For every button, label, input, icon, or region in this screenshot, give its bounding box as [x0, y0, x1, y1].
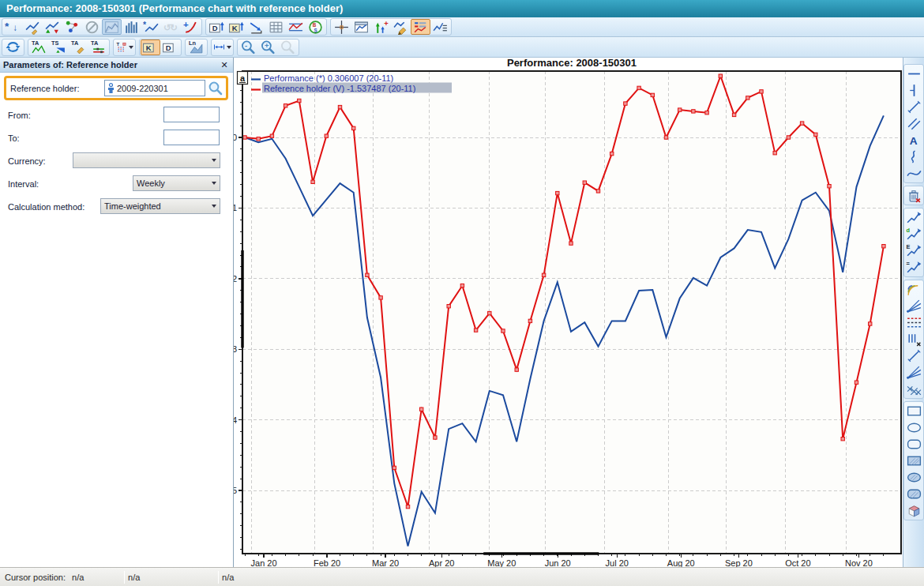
svg-text:+: +: [265, 41, 269, 50]
y-axis-zoom-bar[interactable]: [241, 250, 243, 347]
to-date-input[interactable]: [163, 130, 220, 145]
overlay-lines-icon[interactable]: [286, 19, 306, 35]
svg-text:Nov 20: Nov 20: [845, 558, 873, 567]
fibonacci-fan-icon[interactable]: [904, 298, 923, 314]
x-axis-zoom-bar[interactable]: [483, 552, 599, 554]
auto-scale-icon[interactable]: +: [371, 19, 391, 35]
zoom-out-icon[interactable]: -: [239, 39, 258, 55]
drawing-toolbar: AdE=: [903, 58, 924, 567]
chart-window-icon[interactable]: [351, 19, 371, 35]
draw-3d-box-icon[interactable]: [904, 502, 923, 519]
svg-text:TA: TA: [32, 39, 39, 47]
trend-equal-icon[interactable]: =: [904, 259, 923, 276]
line-markers-icon[interactable]: *: [141, 19, 161, 35]
draw-freehand-icon[interactable]: [904, 148, 923, 165]
svg-text:d: d: [906, 227, 909, 234]
hide-markers-icon[interactable]: [82, 19, 102, 35]
toolbar-group: DKBS: [205, 18, 327, 36]
draw-rectangle-icon[interactable]: [904, 403, 923, 419]
draw-mode-icon[interactable]: [391, 19, 411, 35]
draw-roundrect-icon[interactable]: [904, 436, 923, 453]
legend-item[interactable]: Performance (*) 0.306007 (20-11): [264, 73, 393, 83]
svg-text:TA: TA: [91, 39, 99, 47]
draw-curve-icon[interactable]: [904, 165, 923, 182]
legend-panel-icon[interactable]: [411, 19, 430, 35]
speed-line-icon[interactable]: [904, 347, 923, 364]
table-view-icon[interactable]: T: [115, 39, 134, 55]
delete-drawing-icon[interactable]: [904, 187, 923, 204]
chart-toolbar: TATSTATATKDLn-+: [0, 37, 924, 58]
toolbar-group: KD: [139, 39, 182, 56]
time-zones-icon[interactable]: [904, 331, 923, 347]
holder-person-icon: [107, 83, 115, 94]
from-date-input[interactable]: [163, 107, 220, 122]
bar-chart-icon[interactable]: [122, 19, 141, 35]
ta-patterns-icon[interactable]: TA: [29, 39, 49, 55]
ta-draw-icon[interactable]: TA: [69, 39, 88, 55]
svg-text:T: T: [117, 42, 120, 47]
draw-filled-ellipse-icon[interactable]: [904, 469, 923, 486]
add-performance-series-icon[interactable]: *↓: [3, 19, 23, 35]
crosshatch-region-icon[interactable]: [904, 381, 923, 397]
swap-axes-icon[interactable]: [246, 19, 266, 35]
zoom-reset-icon[interactable]: [278, 39, 298, 55]
interval-label: Interval:: [0, 179, 39, 189]
draw-trendline-icon[interactable]: [904, 99, 923, 115]
parameters-panel-header: Parameters of: Reference holder ✕: [0, 58, 233, 73]
search-holder-button[interactable]: [205, 79, 226, 98]
trend-deviation-icon[interactable]: d: [904, 226, 923, 242]
refresh-icon[interactable]: [3, 39, 23, 55]
log-scale-icon[interactable]: Ln: [186, 39, 206, 55]
performance-chart[interactable]: 0-1-2-3-4-5Jan 20Feb 20Mar 20Apr 20May 2…: [234, 58, 903, 567]
zoom-in-icon[interactable]: +: [258, 39, 278, 55]
svg-text:Aug 20: Aug 20: [667, 558, 695, 567]
calculation-method-select[interactable]: Time-weighted: [100, 198, 220, 214]
fibonacci-arcs-icon[interactable]: [904, 281, 923, 298]
crosshair-icon[interactable]: [332, 19, 351, 35]
draw-ellipse-icon[interactable]: [904, 419, 923, 436]
cursor-y-value: n/a: [128, 573, 215, 582]
to-label: To:: [0, 133, 20, 143]
area-chart-icon[interactable]: [102, 19, 122, 35]
svg-text:May 20: May 20: [487, 558, 516, 567]
svg-text:A: A: [909, 135, 917, 147]
status-separator: [218, 571, 219, 584]
history-compare-icon[interactable]: ↺↻: [161, 19, 181, 35]
performance-line-icon[interactable]: [23, 19, 43, 35]
svg-text:-3: -3: [234, 344, 237, 354]
reference-holder-input[interactable]: 2009-220301: [104, 80, 205, 96]
trend-channel-icon[interactable]: [904, 209, 923, 226]
candle-axis-icon[interactable]: K: [227, 19, 246, 35]
currency-select[interactable]: [73, 152, 220, 168]
high-low-markers-icon[interactable]: [43, 19, 62, 35]
trend-error-icon[interactable]: E: [904, 242, 923, 259]
gann-fan-icon[interactable]: [904, 364, 923, 381]
close-icon[interactable]: ✕: [219, 59, 230, 70]
chart-canvas[interactable]: 0-1-2-3-4-5Jan 20Feb 20Mar 20Apr 20May 2…: [234, 58, 903, 567]
ta-settings-icon[interactable]: TA: [88, 39, 108, 55]
annotation-badge[interactable]: a: [238, 72, 248, 85]
day-view-icon[interactable]: D: [160, 39, 180, 55]
fit-width-icon[interactable]: [212, 39, 232, 55]
draw-filled-roundrect-icon[interactable]: [904, 486, 923, 502]
draw-parallel-lines-icon[interactable]: [904, 115, 923, 132]
draw-hline-icon[interactable]: [904, 66, 923, 82]
fibonacci-retracement-icon[interactable]: [904, 314, 923, 331]
svg-text:-2: -2: [234, 274, 237, 284]
grid-toggle-icon[interactable]: [266, 19, 286, 35]
legend-item[interactable]: Reference holder (V) -1.537487 (20-11): [264, 84, 415, 93]
day-axis-icon[interactable]: D: [207, 19, 227, 35]
svg-text:Jun 20: Jun 20: [545, 558, 571, 567]
draw-vline-icon[interactable]: [904, 82, 923, 99]
linked-points-icon[interactable]: [62, 19, 82, 35]
svg-text:Oct 20: Oct 20: [785, 558, 810, 567]
interval-select[interactable]: Weekly: [133, 175, 220, 191]
indicator-list-icon[interactable]: [430, 19, 450, 35]
draw-text-icon[interactable]: A: [904, 132, 923, 148]
add-curve-icon[interactable]: +: [181, 19, 201, 35]
buy-sell-icon[interactable]: BS: [306, 19, 325, 35]
svg-text:TS: TS: [51, 39, 58, 47]
ts-signals-icon[interactable]: TS: [49, 39, 69, 55]
candle-view-icon[interactable]: K: [141, 39, 160, 55]
draw-filled-rectangle-icon[interactable]: [904, 453, 923, 469]
